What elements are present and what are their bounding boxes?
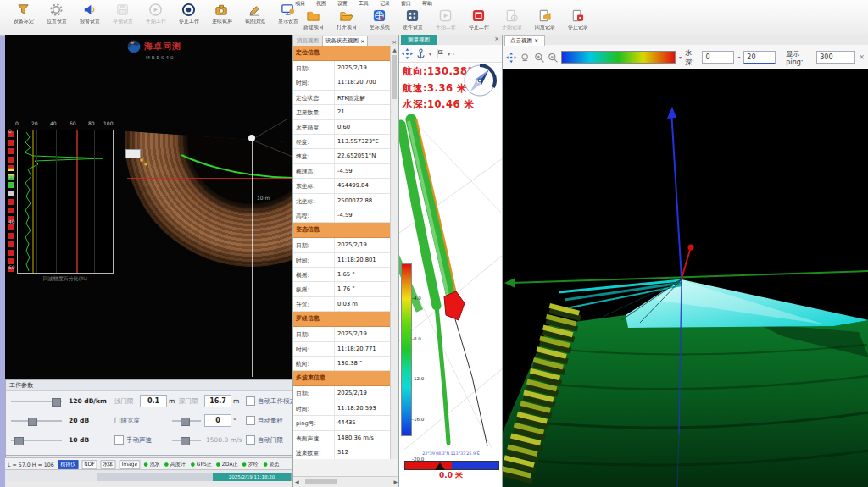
start-work-button[interactable]: 开始工作 [429,7,462,36]
nadir-line [252,138,253,377]
nav-map[interactable] [399,114,503,450]
close-icon[interactable]: × [534,37,538,44]
tab-message-view[interactable]: 消息视图 [293,36,322,46]
gate-width-slider[interactable] [172,420,201,422]
timeline-selection[interactable]: 2025/2/19 11:18:20 [213,473,291,481]
scroll-right-icon[interactable]: ▶ [393,479,398,484]
scroll-thumb[interactable] [305,479,337,484]
menu-item[interactable]: 帮助 [422,0,432,6]
stop-work-button[interactable]: 停止工作 [462,7,495,36]
status-label: 定位状态: [296,94,320,102]
color-gradient-selector[interactable] [561,51,675,64]
vertical-scrollbar[interactable]: ▲ [390,46,398,459]
status-chip[interactable]: 横摇仪 [58,460,78,468]
device-calibration-button[interactable]: 设备标定 [7,1,40,35]
position-settings-button[interactable]: 位置设置 [40,1,73,35]
manual-sound-speed-checkbox[interactable]: 手动声速 [114,435,152,445]
button-label: 开始工作 [146,18,166,25]
chevron-down-icon[interactable]: ▾ [429,51,431,57]
gain-slider[interactable] [11,401,62,402]
tab-measure-view[interactable]: 测量视图 [401,35,437,45]
gain-slider[interactable] [11,420,62,422]
compass-rose-icon [462,63,498,98]
start-work-button-left[interactable]: 开始工作 [139,1,172,35]
scroll-up-icon[interactable]: ▲ [391,46,398,53]
port-marker [125,149,141,158]
pan-icon[interactable] [402,48,413,59]
stop-record-button[interactable]: 停止记录 [561,7,594,36]
zoom-in-icon[interactable] [534,52,544,64]
tab-device-status[interactable]: 设备状态视图 × [322,36,368,46]
overflow-icon[interactable]: › [453,51,454,57]
camera-view-icon[interactable] [520,52,530,64]
select-tool-icon[interactable] [434,48,445,59]
screenshot-button[interactable]: 连续截屏 [205,1,238,35]
stop-work-button-left[interactable]: 停止工作 [172,1,205,35]
storage-settings-button[interactable]: 存储设置 [106,1,139,35]
menu-item[interactable]: 记录 [380,0,390,6]
close-icon[interactable]: × [494,36,499,42]
point-cloud-scene[interactable] [503,69,868,487]
section-header: 定位信息 [293,46,392,61]
alarm-settings-button[interactable]: 报警设置 [73,1,106,35]
button-label: 设备标定 [14,18,34,25]
ping-count-input[interactable]: 300 [816,51,855,64]
record-doc-icon [504,8,519,23]
deep-gate-input[interactable]: 16.7 [204,395,231,407]
depth-range-label: 水深: [685,48,699,67]
track-tail [437,306,448,443]
new-project-button[interactable]: 新建项目 [297,7,330,36]
close-icon[interactable]: × [392,39,397,46]
button-label: 开始工作 [436,24,456,30]
auto-gate-checkbox[interactable]: 自动门限 [246,435,283,445]
depth-min-input[interactable]: 0 [702,51,734,64]
gate-width-input[interactable]: 0 [204,414,231,427]
start-record-button[interactable]: 开始记录 [495,7,528,36]
chevron-down-icon[interactable]: ▾ [679,54,682,60]
screenshot-browse-button[interactable]: 截图浏览 [238,1,271,35]
depth-readout: 水深:10.46 米 [403,98,474,111]
checkbox-label: 手动声速 [126,436,152,445]
menu-bar: 项目视图设置工具记录窗口帮助 [295,0,432,6]
open-project-button[interactable]: 打开项目 [330,7,363,36]
menu-item[interactable]: 视图 [316,0,326,6]
status-row: 日期:2025/2/19 [293,61,392,75]
status-chip[interactable]: NDF [81,460,97,468]
shallow-gate-input[interactable]: 0.1 [140,395,167,407]
bottom-filler [5,481,292,487]
scale-label: 0.0 米 [399,470,503,481]
tab-point-cloud[interactable]: 点云视图 × [504,35,545,46]
horizontal-scrollbar[interactable]: ◀ ▶ [293,476,399,487]
east-axis-arrowhead [504,278,515,288]
scroll-left-icon[interactable]: ◀ [295,479,299,484]
scroll-thumb[interactable] [392,55,397,99]
x-tick: 60 [70,120,76,126]
hardware-settings-button[interactable]: 硬件设置 [396,7,429,36]
replay-record-button[interactable]: 回放记录 [528,7,561,36]
status-label: 时间: [296,405,309,413]
close-icon[interactable]: × [859,53,865,61]
status-row: 经度:113.557323°E [293,135,392,149]
status-indicator: ● 高度计 [164,461,186,468]
speaker-icon [82,3,97,17]
auto-work-mode-checkbox[interactable]: 自动工作模式 [246,396,296,406]
menu-item[interactable]: 工具 [359,0,369,6]
status-chip[interactable]: 水体 [100,460,115,468]
anchor-icon[interactable] [415,48,426,59]
auto-range-checkbox[interactable]: 自动量程 [246,416,283,425]
close-icon[interactable]: × [360,38,364,45]
status-indicator: ● 姿态 [263,461,279,468]
status-label: 表面声速: [296,434,320,443]
gain-slider[interactable] [11,440,62,441]
menu-item[interactable]: 窗口 [401,0,411,6]
sound-speed-slider[interactable] [172,440,201,441]
status-row: 纬度:22.652051°N [293,149,392,163]
status-label: 日期: [296,390,309,398]
zoom-out-icon[interactable] [548,52,558,64]
pan-icon[interactable] [506,52,516,64]
menu-item[interactable]: 设置 [337,0,348,6]
chevron-down-icon[interactable]: ▾ [448,51,450,57]
coordinate-system-button[interactable]: 坐标系统 [363,7,396,36]
depth-max-input[interactable]: 20 [743,51,776,64]
status-chip[interactable]: Image [119,460,139,468]
